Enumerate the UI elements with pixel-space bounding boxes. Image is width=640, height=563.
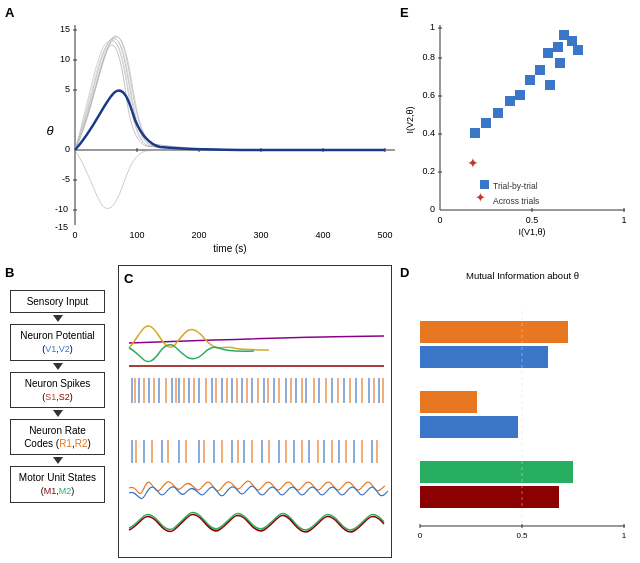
- flow-arrow-3: [53, 410, 63, 417]
- svg-text:200: 200: [191, 230, 206, 240]
- svg-rect-156: [420, 391, 477, 413]
- flow-box-motor-colored: (M1,M2): [41, 486, 75, 496]
- svg-text:15: 15: [60, 24, 70, 34]
- panel-b: B Sensory Input Neuron Potential (V1,V2)…: [0, 260, 115, 563]
- flow-box-potential-text: Neuron Potential: [20, 330, 95, 341]
- flow-arrow-4: [53, 457, 63, 464]
- panel-e-chart: 0 0.2 0.4 0.6 0.8 1 0 0.5 1 I(V2,θ) I(V1…: [405, 20, 640, 255]
- svg-rect-159: [420, 486, 559, 508]
- svg-text:1: 1: [622, 531, 627, 540]
- svg-text:0.2: 0.2: [422, 166, 435, 176]
- panel-e: E 0 0.2 0.4 0.6 0.8 1 0 0.5 1 I(V2,θ): [395, 0, 640, 260]
- flow-box-rates: Neuron Rate Codes (R1,R2): [10, 419, 105, 455]
- flow-box-sensory-text: Sensory Input: [27, 296, 89, 307]
- svg-rect-54: [525, 75, 535, 85]
- svg-rect-47: [553, 42, 563, 52]
- flow-box-spikes-colored: (S1,S2): [42, 392, 73, 402]
- flow-box-rates-text2: Codes (R1,R2): [24, 438, 91, 449]
- svg-text:time (s): time (s): [213, 243, 246, 254]
- panel-c-signals: [124, 288, 389, 563]
- svg-text:0: 0: [72, 230, 77, 240]
- svg-text:300: 300: [253, 230, 268, 240]
- flow-chart: Sensory Input Neuron Potential (V1,V2) N…: [5, 290, 110, 503]
- flow-arrow-1: [53, 315, 63, 322]
- svg-text:0: 0: [430, 204, 435, 214]
- svg-rect-56: [505, 96, 515, 106]
- svg-text:0: 0: [437, 215, 442, 225]
- svg-text:✦: ✦: [467, 155, 479, 171]
- flow-box-potential: Neuron Potential (V1,V2): [10, 324, 105, 361]
- svg-text:-15: -15: [55, 222, 68, 232]
- svg-text:-10: -10: [55, 204, 68, 214]
- svg-rect-154: [420, 321, 568, 343]
- svg-text:0.5: 0.5: [516, 531, 528, 540]
- svg-rect-58: [493, 108, 503, 118]
- main-container: A 15 10 5 0 -5 -10 -15 θ 0 100 200: [0, 0, 640, 563]
- panel-d: D Mutual Information about θ 0 0.5 1: [395, 260, 640, 563]
- svg-text:0.4: 0.4: [422, 128, 435, 138]
- panel-a: A 15 10 5 0 -5 -10 -15 θ 0 100 200: [0, 0, 395, 260]
- svg-text:400: 400: [315, 230, 330, 240]
- svg-text:10: 10: [60, 54, 70, 64]
- svg-rect-155: [420, 346, 548, 368]
- svg-rect-60: [470, 128, 480, 138]
- flow-box-potential-colored: (V1,V2): [42, 344, 73, 354]
- svg-text:I(V1,θ): I(V1,θ): [518, 227, 545, 237]
- flow-box-spikes: Neuron Spikes (S1,S2): [10, 372, 105, 409]
- svg-rect-59: [481, 118, 491, 128]
- panel-c-label: C: [124, 271, 133, 286]
- svg-text:100: 100: [129, 230, 144, 240]
- svg-text:✦: ✦: [475, 190, 486, 205]
- panel-b-label: B: [5, 265, 14, 280]
- svg-rect-52: [573, 45, 583, 55]
- panel-d-title: Mutual Information about θ: [410, 270, 635, 281]
- svg-text:1: 1: [430, 22, 435, 32]
- svg-text:I(V2,θ): I(V2,θ): [405, 106, 415, 133]
- svg-rect-53: [535, 65, 545, 75]
- panel-a-chart: 15 10 5 0 -5 -10 -15 θ 0 100 200 300 400…: [40, 20, 410, 255]
- flow-box-spikes-text: Neuron Spikes: [25, 378, 91, 389]
- svg-text:0.8: 0.8: [422, 52, 435, 62]
- svg-text:0: 0: [418, 531, 423, 540]
- flow-box-rates-text: Neuron Rate: [29, 425, 86, 436]
- svg-rect-157: [420, 416, 518, 438]
- svg-rect-57: [515, 90, 525, 100]
- flow-box-sensory: Sensory Input: [10, 290, 105, 313]
- svg-rect-49: [559, 30, 569, 40]
- svg-text:1: 1: [621, 215, 626, 225]
- panel-c: C: [118, 265, 392, 558]
- panel-d-label: D: [400, 265, 409, 280]
- svg-text:-5: -5: [62, 174, 70, 184]
- svg-text:0.5: 0.5: [526, 215, 539, 225]
- svg-text:Across trials: Across trials: [493, 196, 539, 206]
- svg-rect-62: [480, 180, 489, 189]
- svg-text:5: 5: [65, 84, 70, 94]
- svg-rect-55: [545, 80, 555, 90]
- svg-rect-158: [420, 461, 573, 483]
- panel-e-label: E: [400, 5, 409, 20]
- svg-text:0.6: 0.6: [422, 90, 435, 100]
- svg-text:0: 0: [65, 144, 70, 154]
- svg-rect-51: [555, 58, 565, 68]
- panel-d-barchart: 0 0.5 1: [410, 291, 635, 563]
- svg-text:θ: θ: [46, 123, 53, 138]
- svg-text:Trial-by-trial: Trial-by-trial: [493, 181, 538, 191]
- flow-box-motor: Motor Unit States (M1,M2): [10, 466, 105, 503]
- svg-text:500: 500: [377, 230, 392, 240]
- flow-arrow-2: [53, 363, 63, 370]
- panel-a-label: A: [5, 5, 14, 20]
- svg-rect-50: [543, 48, 553, 58]
- flow-box-motor-text: Motor Unit States: [19, 472, 96, 483]
